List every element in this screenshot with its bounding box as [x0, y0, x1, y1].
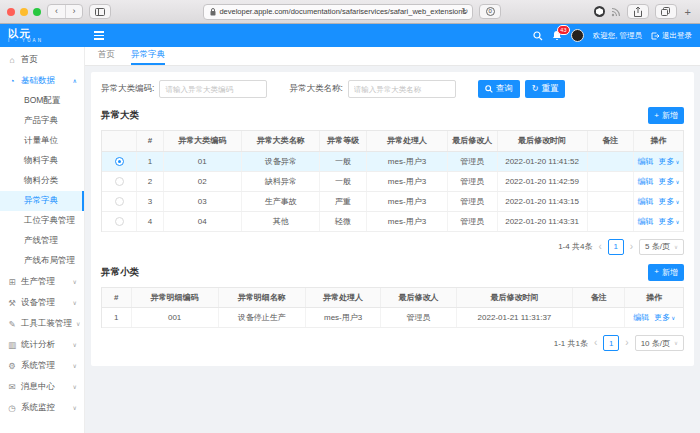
filter-name-input[interactable] — [348, 80, 456, 98]
sidebar-item-material-dict[interactable]: 物料字典 — [0, 151, 84, 171]
column-header: 异常大类名称 — [241, 131, 319, 151]
row-select-radio[interactable] — [115, 217, 124, 226]
share-button[interactable] — [627, 4, 649, 19]
rss-button[interactable] — [611, 7, 621, 17]
cell-remark — [573, 308, 625, 328]
row-select-radio[interactable] — [115, 197, 124, 206]
browser-toolbar: ‹ › developer.apple.com/documentation/sa… — [0, 0, 700, 24]
filter-code-input[interactable] — [159, 80, 267, 98]
prev-page-button[interactable]: ‹ — [594, 338, 597, 348]
sidebar-group-statistics[interactable]: ▥ 统计分析 ∨ — [0, 334, 84, 355]
table-row[interactable]: 2 02 缺料异常 一般 mes-用户3 管理员 2022-01-20 11:4… — [102, 171, 683, 191]
sidebar-group-equipment[interactable]: ⚒ 设备管理 ∨ — [0, 292, 84, 313]
next-page-button[interactable]: › — [625, 338, 628, 348]
sidebar-group-monitoring[interactable]: ◷ 系统监控 ∨ — [0, 397, 84, 418]
table-row[interactable]: 4 04 其他 轻微 mes-用户3 管理员 2022-01-20 11:43:… — [102, 211, 683, 231]
cell-modifier: 管理员 — [448, 171, 497, 191]
grid-icon: ⊞ — [7, 277, 17, 287]
chevron-down-icon: ∨ — [73, 362, 77, 369]
row-select-radio[interactable] — [115, 177, 124, 186]
notifications-button[interactable]: 43 — [552, 30, 562, 41]
tab-overview-button[interactable] — [655, 4, 677, 19]
more-link[interactable]: 更多∨ — [659, 216, 680, 227]
search-icon[interactable] — [533, 31, 543, 41]
page-number-button[interactable]: 1 — [603, 335, 619, 351]
zoom-window-button[interactable] — [33, 8, 41, 16]
column-header: # — [102, 288, 131, 308]
sidebar-item-bom-config[interactable]: BOM配置 — [0, 91, 84, 111]
sidebar-group-label: 基础数据 — [21, 75, 55, 87]
tab-exception-dict[interactable]: 异常字典 — [131, 47, 165, 65]
minor-add-button[interactable]: + 新增 — [648, 264, 684, 281]
row-select-radio[interactable] — [115, 157, 124, 166]
back-button[interactable]: ‹ — [48, 5, 65, 18]
more-link[interactable]: 更多∨ — [659, 176, 680, 187]
next-page-button[interactable]: › — [630, 242, 633, 252]
sidebar-item-product-dict[interactable]: 产品字典 — [0, 111, 84, 131]
privacy-report-button[interactable]: 0 — [479, 4, 501, 19]
filter-code-label: 异常大类编码: — [101, 83, 154, 95]
page-size-select[interactable]: 10 条/页 ∨ — [635, 335, 684, 351]
menu-collapse-icon[interactable] — [94, 31, 104, 40]
page-size-value: 5 条/页 — [645, 241, 670, 252]
sidebar-group-label: 系统监控 — [21, 402, 55, 414]
search-button[interactable]: 查询 — [478, 80, 520, 98]
sidebar-item-unit[interactable]: 计量单位 — [0, 131, 84, 151]
chevron-down-icon: ∨ — [73, 299, 77, 306]
prev-page-button[interactable]: ‹ — [598, 242, 601, 252]
major-add-button[interactable]: + 新增 — [648, 107, 684, 124]
address-bar[interactable]: developer.apple.com/documentation/safari… — [203, 4, 473, 20]
edit-link[interactable]: 编辑 — [638, 176, 654, 187]
table-row[interactable]: 1 001 设备停止生产 mes-用户3 管理员 2022-01-21 11:3… — [102, 308, 683, 328]
column-header: 异常处理人 — [366, 131, 447, 151]
url-text: developer.apple.com/documentation/safari… — [219, 7, 466, 16]
column-header: 操作 — [625, 288, 683, 308]
minimize-window-button[interactable] — [20, 8, 28, 16]
minor-section-title: 异常小类 — [101, 266, 139, 279]
reload-icon[interactable]: ↻ — [462, 7, 469, 16]
table-row[interactable]: 3 03 生产事故 严重 mes-用户3 管理员 2022-01-20 11:4… — [102, 191, 683, 211]
reset-button[interactable]: ↻ 重置 — [525, 80, 566, 98]
sidebar-item-station-dict[interactable]: 工位字典管理 — [0, 211, 84, 231]
avatar[interactable] — [571, 29, 584, 42]
tab-home[interactable]: 首页 — [98, 47, 115, 65]
sidebar-group-production[interactable]: ⊞ 生产管理 ∨ — [0, 271, 84, 292]
table-row[interactable]: 1 01 设备异常 一般 mes-用户3 管理员 2022-01-20 11:4… — [102, 151, 683, 171]
sidebar-item-line-mgmt[interactable]: 产线管理 — [0, 231, 84, 251]
sidebar-group-messages[interactable]: ✉ 消息中心 ∨ — [0, 376, 84, 397]
forward-button[interactable]: › — [65, 5, 82, 18]
sidebar-item-home[interactable]: ⌂ 首页 — [0, 49, 84, 70]
cell-handler: mes-用户3 — [305, 308, 381, 328]
cell-num: 3 — [137, 191, 163, 211]
edit-link[interactable]: 编辑 — [633, 312, 649, 323]
reset-button-label: 重置 — [541, 83, 558, 95]
more-link[interactable]: 更多∨ — [654, 312, 675, 323]
clock-icon: ◷ — [7, 403, 17, 413]
column-header: 最后修改人 — [448, 131, 497, 151]
sidebar-group-system[interactable]: ⚙ 系统管理 ∨ — [0, 355, 84, 376]
more-link[interactable]: 更多∨ — [659, 196, 680, 207]
sidebar-item-material-category[interactable]: 物料分类 — [0, 171, 84, 191]
chevron-up-icon: ∧ — [73, 77, 77, 84]
edit-link[interactable]: 编辑 — [638, 216, 654, 227]
sidebar-group-base-data[interactable]: ◔ 基础数据 ∧ — [0, 70, 84, 91]
sidebar-item-label: 工位字典管理 — [24, 215, 75, 227]
rss-icon — [611, 7, 621, 17]
more-label: 更多 — [659, 157, 675, 166]
edit-link[interactable]: 编辑 — [638, 196, 654, 207]
sidebar-item-exception-dict[interactable]: 异常字典 — [0, 191, 84, 211]
filter-bar: 异常大类编码: 异常大类名称: 查询 ↻ 重置 — [101, 80, 684, 98]
sidebar-item-line-layout[interactable]: 产线布局管理 — [0, 251, 84, 271]
sidebar-toggle-button[interactable] — [89, 4, 111, 19]
new-tab-button[interactable]: + — [683, 6, 693, 18]
extension-button[interactable] — [594, 6, 605, 17]
close-window-button[interactable] — [7, 8, 15, 16]
page-number-button[interactable]: 1 — [608, 239, 624, 255]
sidebar-group-label: 工具工装管理 — [21, 318, 72, 330]
more-link[interactable]: 更多∨ — [659, 156, 680, 167]
edit-link[interactable]: 编辑 — [638, 156, 654, 167]
page-size-select[interactable]: 5 条/页 ∨ — [639, 239, 684, 255]
wrench-icon: ⚒ — [7, 298, 17, 308]
logout-button[interactable]: 退出登录 — [651, 31, 692, 41]
sidebar-group-tooling[interactable]: ✎ 工具工装管理 ∨ — [0, 313, 84, 334]
